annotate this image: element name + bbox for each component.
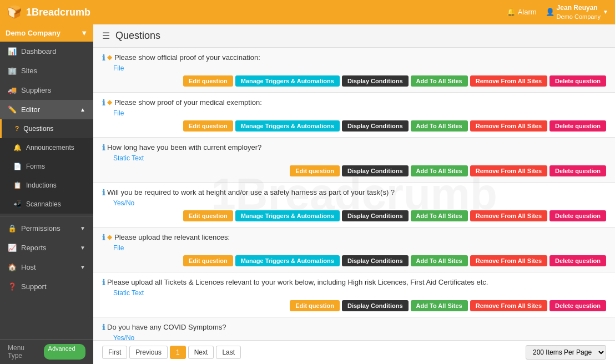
sidebar-nav: 📊 Dashboard 🏢 Sites 🚚 Suppliers ✏️ Edito… [0, 42, 93, 339]
sidebar-item-reports[interactable]: 📈 Reports ▼ [0, 238, 93, 257]
sidebar-item-permissions[interactable]: 🔒 Permissions ▼ [0, 219, 93, 238]
items-per-page-select[interactable]: 200 Items Per Page 50 Items Per Page 100… [526, 345, 606, 360]
alarm-label: Alarm [518, 8, 537, 16]
company-selector[interactable]: Demo Company ▼ [0, 24, 93, 42]
remove-from-all-sites-button[interactable]: Remove From All Sites [470, 255, 547, 266]
edit-question-button[interactable]: Edit question [183, 120, 233, 132]
question-label: Please upload all Tickets & Licences rel… [107, 278, 488, 286]
edit-question-button[interactable]: Edit question [183, 210, 233, 221]
alarm-section[interactable]: 🔔 Alarm [507, 8, 537, 16]
permissions-icon: 🔒 [8, 224, 17, 232]
add-to-all-sites-button[interactable]: Add To All Sites [411, 120, 468, 132]
remove-from-all-sites-button[interactable]: Remove From All Sites [470, 165, 547, 176]
manage-triggers-button[interactable]: Manage Triggers & Automations [235, 210, 340, 221]
add-to-all-sites-button[interactable]: Add To All Sites [411, 75, 468, 87]
active-dot [48, 353, 53, 357]
question-block: ℹ Will you be required to work at height… [93, 183, 615, 228]
display-conditions-button[interactable]: Display Conditions [342, 255, 409, 266]
display-conditions-button[interactable]: Display Conditions [342, 300, 409, 311]
edit-question-button[interactable]: Edit question [290, 300, 340, 311]
add-to-all-sites-button[interactable]: Add To All Sites [411, 300, 468, 311]
sidebar-item-support[interactable]: ❓ Support [0, 277, 93, 296]
pagination: First Previous 1 Next Last 200 Items Per… [93, 340, 615, 364]
user-section[interactable]: 👤 Jean Reuyan Demo Company ▼ [546, 4, 608, 21]
company-name: Demo Company [557, 13, 601, 21]
info-icon: ℹ [102, 53, 105, 62]
question-text: ℹ ◆ Please show official proof of your v… [102, 53, 606, 62]
company-selector-label: Demo Company [6, 29, 61, 37]
delete-question-button[interactable]: Delete question [550, 75, 606, 87]
current-page-button[interactable]: 1 [170, 346, 186, 359]
sidebar-item-questions[interactable]: ? Questions [0, 119, 93, 138]
sidebar-item-label: Dashboard [21, 47, 57, 55]
brand: 🍞 1Breadcrumb [7, 5, 90, 19]
edit-question-button[interactable]: Edit question [183, 255, 233, 266]
sidebar-item-label: Forms [26, 163, 45, 170]
sidebar-item-scannables[interactable]: 📲 Scannables [0, 195, 93, 214]
edit-question-button[interactable]: Edit question [183, 75, 233, 87]
delete-question-button[interactable]: Delete question [550, 165, 606, 176]
remove-from-all-sites-button[interactable]: Remove From All Sites [470, 210, 547, 221]
question-text: ℹ Will you be required to work at height… [102, 188, 606, 197]
remove-from-all-sites-button[interactable]: Remove From All Sites [470, 75, 547, 87]
question-block: ℹ Do you have any COVID Symptoms? Yes/No… [93, 317, 615, 340]
user-name: Jean Reuyan [557, 4, 601, 13]
sidebar-item-inductions[interactable]: 📋 Inductions [0, 176, 93, 195]
manage-triggers-button[interactable]: Manage Triggers & Automations [235, 255, 340, 266]
display-conditions-button[interactable]: Display Conditions [342, 165, 409, 176]
info-icon: ℹ [102, 278, 105, 287]
display-conditions-button[interactable]: Display Conditions [342, 120, 409, 132]
content-header: ☰ Questions [93, 24, 615, 48]
remove-from-all-sites-button[interactable]: Remove From All Sites [470, 120, 547, 132]
sidebar-item-label: Sites [21, 67, 37, 75]
chevron-down-icon: ▼ [80, 225, 85, 231]
delete-question-button[interactable]: Delete question [550, 120, 606, 132]
sidebar-item-sites[interactable]: 🏢 Sites [0, 61, 93, 80]
last-page-button[interactable]: Last [216, 346, 241, 359]
hamburger-icon[interactable]: ☰ [102, 31, 110, 41]
question-block: ℹ How long have you been with current em… [93, 138, 615, 183]
add-to-all-sites-button[interactable]: Add To All Sites [411, 255, 468, 266]
inductions-icon: 📋 [13, 181, 22, 189]
user-icon: 👤 [546, 8, 554, 16]
question-text: ℹ How long have you been with current em… [102, 143, 606, 152]
delete-question-button[interactable]: Delete question [550, 300, 606, 311]
question-answer-type: File [113, 244, 606, 252]
add-to-all-sites-button[interactable]: Add To All Sites [411, 210, 468, 221]
chevron-up-icon: ▲ [80, 107, 85, 113]
question-actions: Edit question Manage Triggers & Automati… [102, 255, 606, 266]
main-content: ☰ Questions 1Breadcrumb ℹ ◆ Please show … [93, 24, 615, 364]
info-icon: ℹ [102, 323, 105, 332]
next-page-button[interactable]: Next [188, 346, 214, 359]
question-text: ℹ ◆ Please upload the relevant licences: [102, 233, 606, 242]
chevron-down-icon: ▼ [603, 9, 608, 15]
delete-question-button[interactable]: Delete question [550, 210, 606, 221]
diamond-icon: ◆ [107, 98, 112, 106]
edit-question-button[interactable]: Edit question [290, 165, 340, 176]
sidebar-item-label: Announcements [26, 144, 74, 151]
previous-page-button[interactable]: Previous [129, 346, 168, 359]
display-conditions-button[interactable]: Display Conditions [342, 75, 409, 87]
question-label: Will you be required to work at height a… [107, 188, 395, 196]
remove-from-all-sites-button[interactable]: Remove From All Sites [470, 300, 547, 311]
sidebar-item-dashboard[interactable]: 📊 Dashboard [0, 42, 93, 61]
question-answer-type: File [113, 109, 606, 117]
add-to-all-sites-button[interactable]: Add To All Sites [411, 165, 468, 176]
question-block: ℹ Please upload all Tickets & Licences r… [93, 272, 615, 317]
sidebar-item-announcements[interactable]: 🔔 Announcements [0, 138, 93, 157]
questions-list: 1Breadcrumb ℹ ◆ Please show official pro… [93, 48, 615, 340]
info-icon: ℹ [102, 233, 105, 242]
manage-triggers-button[interactable]: Manage Triggers & Automations [235, 75, 340, 87]
sidebar: Demo Company ▼ 📊 Dashboard 🏢 Sites 🚚 Sup… [0, 24, 93, 364]
manage-triggers-button[interactable]: Manage Triggers & Automations [235, 120, 340, 132]
sidebar-item-forms[interactable]: 📄 Forms [0, 157, 93, 176]
reports-icon: 📈 [8, 244, 17, 252]
delete-question-button[interactable]: Delete question [550, 255, 606, 266]
question-answer-type: File [113, 64, 606, 72]
display-conditions-button[interactable]: Display Conditions [342, 210, 409, 221]
question-block: ℹ ◆ Please show proof of your medical ex… [93, 93, 615, 138]
first-page-button[interactable]: First [102, 346, 127, 359]
sidebar-item-editor[interactable]: ✏️ Editor ▲ [0, 100, 93, 119]
sidebar-item-suppliers[interactable]: 🚚 Suppliers [0, 80, 93, 100]
sidebar-item-host[interactable]: 🏠 Host ▼ [0, 257, 93, 277]
